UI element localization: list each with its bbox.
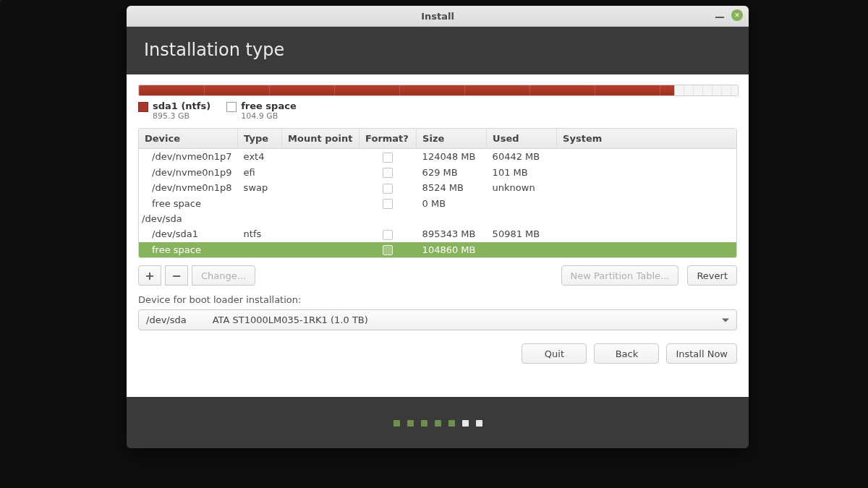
cell-system	[557, 149, 736, 165]
progress-dot	[462, 420, 469, 427]
change-partition-button[interactable]: Change...	[192, 265, 255, 286]
cell-mount	[282, 242, 359, 258]
wizard-progress	[127, 398, 749, 448]
titlebar: Install	[127, 6, 749, 27]
cell-format	[359, 242, 417, 258]
table-row[interactable]: free space104860 MB	[139, 242, 736, 258]
format-checkbox[interactable]	[383, 245, 393, 255]
remove-partition-button[interactable]: −	[165, 265, 188, 286]
cell-system	[557, 180, 736, 196]
boot-loader-select[interactable]: /dev/sda ATA ST1000LM035-1RK1 (1.0 TB)	[138, 309, 737, 330]
table-row[interactable]: /dev/nvme0n1p7ext4124048 MB60442 MB	[139, 149, 736, 165]
quit-button[interactable]: Quit	[522, 343, 587, 364]
format-checkbox[interactable]	[383, 153, 393, 163]
cell-used: 50981 MB	[487, 226, 557, 242]
format-checkbox[interactable]	[383, 230, 393, 240]
legend-free-label: free space	[241, 100, 297, 111]
col-size[interactable]: Size	[417, 129, 487, 149]
legend-item-used: sda1 (ntfs) 895.3 GB	[138, 100, 210, 121]
format-checkbox[interactable]	[383, 199, 393, 209]
progress-dot	[448, 420, 455, 427]
cell-system	[557, 165, 736, 181]
back-button[interactable]: Back	[594, 343, 659, 364]
cell-type	[238, 242, 282, 258]
partition-table-body: /dev/nvme0n1p7ext4124048 MB60442 MB/dev/…	[139, 149, 736, 258]
cell-size: 629 MB	[417, 165, 487, 181]
legend-swatch-used	[138, 102, 148, 112]
cell-used: unknown	[487, 180, 557, 196]
cell-system	[557, 196, 736, 212]
table-row-disk[interactable]: /dev/sda	[139, 211, 736, 226]
cell-device: /dev/nvme0n1p9	[139, 165, 238, 181]
progress-dot	[435, 420, 441, 427]
cell-device: /dev/nvme0n1p7	[139, 149, 238, 165]
table-row[interactable]: /dev/nvme0n1p9efi629 MB101 MB	[139, 165, 736, 181]
cell-size: 8524 MB	[417, 180, 487, 196]
close-icon[interactable]	[731, 9, 743, 21]
col-mount[interactable]: Mount point	[282, 129, 359, 149]
cell-system	[557, 242, 736, 258]
progress-dot	[421, 420, 427, 427]
cell-mount	[282, 226, 359, 242]
boot-loader-label: Device for boot loader installation:	[138, 294, 737, 305]
cell-device: free space	[139, 242, 238, 258]
installer-window: Install Installation type sda1 (ntfs) 89…	[127, 6, 749, 448]
format-checkbox[interactable]	[383, 184, 393, 194]
boot-device-desc: ATA ST1000LM035-1RK1 (1.0 TB)	[213, 314, 368, 325]
wizard-footer: Quit Back Install Now	[138, 343, 737, 364]
page-header: Installation type	[127, 27, 749, 74]
cell-format	[359, 149, 417, 165]
col-device[interactable]: Device	[139, 129, 238, 149]
cell-used	[487, 196, 557, 212]
legend-used-sub: 895.3 GB	[153, 111, 210, 121]
cell-format	[359, 226, 417, 242]
cell-device: /dev/sda1	[139, 226, 238, 242]
cell-format	[359, 196, 417, 212]
cell-used: 101 MB	[487, 165, 557, 181]
cell-mount	[282, 196, 359, 212]
boot-device: /dev/sda	[146, 314, 187, 325]
cell-size: 124048 MB	[417, 149, 487, 165]
cell-type: ntfs	[238, 226, 282, 242]
legend-swatch-free	[226, 102, 237, 112]
cell-system	[557, 226, 736, 242]
cell-format	[359, 180, 417, 196]
partition-table[interactable]: Device Type Mount point Format? Size Use…	[138, 128, 737, 258]
main-panel: sda1 (ntfs) 895.3 GB free space 104.9 GB…	[127, 74, 749, 397]
cell-mount	[282, 180, 359, 196]
col-used[interactable]: Used	[487, 129, 557, 149]
cell-type	[238, 196, 282, 212]
table-row[interactable]: free space0 MB	[139, 196, 736, 212]
cell-used	[487, 242, 557, 258]
progress-dot	[407, 420, 414, 427]
cell-type: swap	[238, 180, 282, 196]
cell-type: ext4	[238, 149, 282, 165]
install-button[interactable]: Install Now	[666, 343, 737, 364]
cell-format	[359, 165, 417, 181]
add-partition-button[interactable]: +	[138, 265, 161, 286]
legend-item-free: free space 104.9 GB	[226, 100, 297, 121]
table-row[interactable]: /dev/nvme0n1p8swap8524 MBunknown	[139, 180, 736, 196]
disk-usage-legend: sda1 (ntfs) 895.3 GB free space 104.9 GB	[138, 100, 737, 121]
legend-free-sub: 104.9 GB	[241, 111, 297, 121]
col-system[interactable]: System	[557, 129, 736, 149]
progress-dot	[393, 420, 400, 427]
col-type[interactable]: Type	[238, 129, 282, 149]
chevron-down-icon	[722, 318, 729, 322]
cell-device: /dev/sda	[139, 211, 736, 226]
disk-usage-bar	[138, 85, 739, 96]
progress-dot	[476, 420, 482, 427]
new-partition-table-button[interactable]: New Partition Table...	[561, 265, 679, 286]
col-format[interactable]: Format?	[359, 129, 417, 149]
cell-size: 895343 MB	[417, 226, 487, 242]
cell-used: 60442 MB	[487, 149, 557, 165]
cell-type: efi	[238, 165, 282, 181]
minimize-icon[interactable]	[715, 17, 724, 18]
table-row[interactable]: /dev/sda1ntfs895343 MB50981 MB	[139, 226, 736, 242]
window-title: Install	[421, 11, 454, 22]
disk-usage-free	[674, 85, 738, 95]
format-checkbox[interactable]	[383, 168, 393, 178]
cell-mount	[282, 149, 359, 165]
revert-button[interactable]: Revert	[687, 265, 737, 286]
cell-device: free space	[139, 196, 238, 212]
